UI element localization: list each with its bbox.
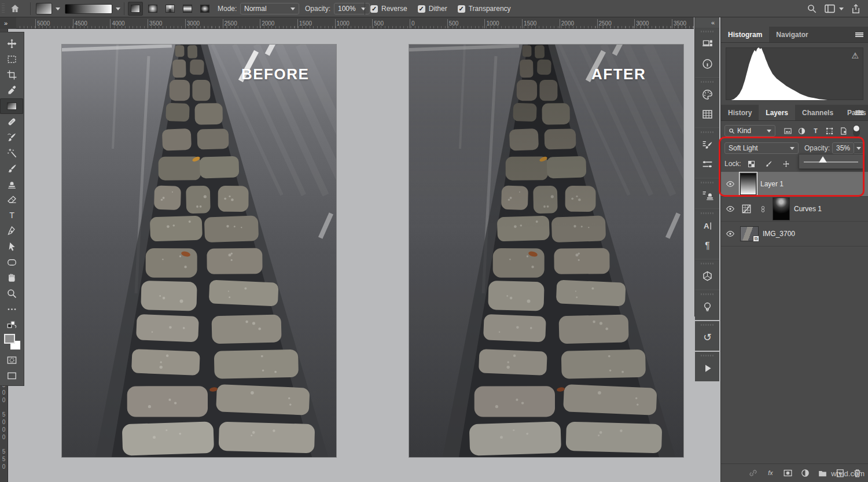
gradient-tool[interactable] bbox=[0, 98, 23, 114]
visibility-eye-icon[interactable] bbox=[724, 204, 736, 214]
type-tool[interactable]: T bbox=[0, 208, 23, 223]
brushes-panel-icon[interactable] bbox=[695, 154, 720, 174]
healing-brush-tool[interactable] bbox=[0, 114, 23, 130]
horizontal-ruler[interactable]: 5000450040003500300025002000150010005000… bbox=[16, 17, 694, 29]
info-panel-icon[interactable] bbox=[695, 54, 720, 73]
color-swatches[interactable] bbox=[0, 333, 23, 352]
quick-mask[interactable] bbox=[0, 352, 23, 368]
home-icon[interactable] bbox=[9, 0, 21, 17]
radial-gradient-button[interactable] bbox=[145, 2, 160, 16]
layer-mask-thumbnail[interactable] bbox=[773, 198, 789, 220]
blend-mode-select[interactable]: Soft Light bbox=[724, 142, 799, 154]
dock-collapse-button[interactable]: « bbox=[711, 19, 715, 26]
chain-link-icon[interactable] bbox=[757, 203, 768, 215]
layer-name[interactable]: IMG_3700 bbox=[763, 230, 795, 238]
gradient-preset-picker[interactable] bbox=[36, 0, 60, 17]
tab-histogram[interactable]: Histogram bbox=[721, 27, 769, 42]
tab-history[interactable]: History bbox=[721, 105, 759, 120]
layer-opacity-dropdown-button[interactable] bbox=[854, 142, 863, 154]
eraser-tool[interactable] bbox=[0, 192, 23, 208]
image-layer-thumbnail[interactable]: ⧉ bbox=[741, 227, 758, 241]
lock-position-icon[interactable] bbox=[781, 158, 792, 170]
panel-menu-icon[interactable] bbox=[855, 32, 863, 37]
zoom-tool[interactable] bbox=[0, 286, 23, 301]
tools-collapse-button[interactable]: » bbox=[0, 17, 16, 29]
after-image[interactable]: AFTER bbox=[409, 45, 683, 457]
shape-layer-filter-icon[interactable] bbox=[823, 125, 835, 137]
diamond-gradient-button[interactable] bbox=[197, 2, 212, 16]
pixel-layer-filter-icon[interactable] bbox=[782, 125, 793, 137]
brush-settings-panel-icon[interactable] bbox=[695, 135, 720, 154]
actions-panel-icon[interactable] bbox=[695, 358, 720, 378]
color-panel-icon[interactable] bbox=[695, 84, 720, 104]
share-icon[interactable] bbox=[851, 0, 861, 17]
layer-row-img-3700[interactable]: ⧉IMG_3700 bbox=[721, 222, 868, 246]
reverse-checkbox[interactable]: ✓Reverse bbox=[370, 5, 407, 13]
clone-stamp-tool[interactable] bbox=[0, 176, 23, 192]
character-panel-icon[interactable]: A bbox=[695, 216, 720, 236]
alert-triangle-icon[interactable]: ⚠ bbox=[851, 51, 859, 60]
dither-checkbox[interactable]: ✓Dither bbox=[418, 5, 447, 13]
tab-channels[interactable]: Channels bbox=[795, 105, 840, 120]
curves-icon[interactable] bbox=[741, 203, 752, 215]
type-layer-filter-icon[interactable]: T bbox=[810, 125, 821, 137]
layer-name[interactable]: Curves 1 bbox=[794, 205, 822, 213]
tab-navigator[interactable]: Navigator bbox=[769, 27, 815, 42]
opacity-slider-track[interactable] bbox=[804, 161, 858, 163]
reflected-gradient-button[interactable] bbox=[180, 2, 195, 16]
history-panel-icon[interactable]: ↺ bbox=[695, 328, 720, 347]
tab-paths[interactable]: Paths bbox=[840, 105, 868, 120]
tab-layers[interactable]: Layers bbox=[759, 105, 795, 120]
swap-colors[interactable] bbox=[0, 317, 23, 333]
document-canvas[interactable]: BEFORE AFTER bbox=[8, 29, 694, 482]
layer-name[interactable]: Layer 1 bbox=[760, 180, 784, 188]
kind-filter-select[interactable]: Kind bbox=[724, 125, 775, 137]
learn-panel-icon[interactable] bbox=[695, 297, 720, 317]
opacity-slider-thumb[interactable] bbox=[819, 156, 827, 163]
fx-icon[interactable]: fx bbox=[766, 468, 775, 478]
link-icon[interactable] bbox=[748, 468, 758, 478]
brush-tool[interactable] bbox=[0, 161, 23, 176]
transparency-checkbox[interactable]: ✓Transparency bbox=[458, 5, 511, 13]
panel-menu-icon[interactable] bbox=[855, 111, 863, 115]
layer-filtering-toggle[interactable] bbox=[853, 125, 860, 137]
workspace-switcher[interactable] bbox=[824, 0, 844, 17]
magic-wand-tool[interactable] bbox=[0, 145, 23, 161]
device-preview-panel-icon[interactable] bbox=[695, 34, 720, 54]
paragraph-panel-icon[interactable]: ¶ bbox=[695, 236, 720, 255]
options-bar-gripper[interactable] bbox=[2, 3, 5, 14]
gradient-editor-bar[interactable] bbox=[65, 0, 120, 17]
linear-gradient-button[interactable] bbox=[128, 2, 143, 16]
lock-transparency-icon[interactable] bbox=[746, 158, 757, 170]
adjustment-layer-filter-icon[interactable] bbox=[796, 125, 807, 137]
crop-tool[interactable] bbox=[0, 67, 23, 83]
pen-tool[interactable] bbox=[0, 223, 23, 239]
visibility-eye-icon[interactable] bbox=[724, 229, 736, 238]
shape-tool[interactable] bbox=[0, 255, 23, 270]
before-image[interactable]: BEFORE bbox=[62, 45, 336, 457]
more-tools[interactable] bbox=[0, 301, 23, 317]
hand-tool[interactable] bbox=[0, 270, 23, 286]
threed-panel-icon[interactable] bbox=[695, 266, 720, 286]
clone-source-panel-icon[interactable] bbox=[695, 185, 720, 205]
history-brush-tool[interactable] bbox=[0, 130, 23, 145]
lock-pixels-icon[interactable] bbox=[763, 158, 775, 170]
layer-mask-icon[interactable] bbox=[783, 468, 793, 478]
group-folder-icon[interactable] bbox=[818, 468, 827, 478]
foreground-color-swatch[interactable] bbox=[4, 334, 15, 344]
layer-row-layer-1[interactable]: Layer 1 bbox=[721, 172, 868, 197]
eyedropper-tool[interactable] bbox=[0, 83, 23, 98]
search-icon[interactable] bbox=[807, 0, 817, 17]
mode-select[interactable]: Normal bbox=[240, 3, 299, 14]
layer-row-curves-1[interactable]: Curves 1 bbox=[721, 197, 868, 222]
smart-object-filter-icon[interactable] bbox=[837, 125, 849, 137]
screen-mode[interactable] bbox=[0, 368, 23, 384]
gradient-layer-thumbnail[interactable] bbox=[741, 174, 756, 194]
adjustment-icon[interactable] bbox=[800, 468, 810, 478]
layer-opacity-value[interactable]: 35% bbox=[832, 142, 854, 154]
path-select-tool[interactable] bbox=[0, 239, 23, 255]
move-tool[interactable] bbox=[0, 36, 23, 51]
visibility-eye-icon[interactable] bbox=[724, 179, 736, 189]
swatches-panel-icon[interactable] bbox=[695, 104, 720, 124]
marquee-tool[interactable] bbox=[0, 51, 23, 67]
